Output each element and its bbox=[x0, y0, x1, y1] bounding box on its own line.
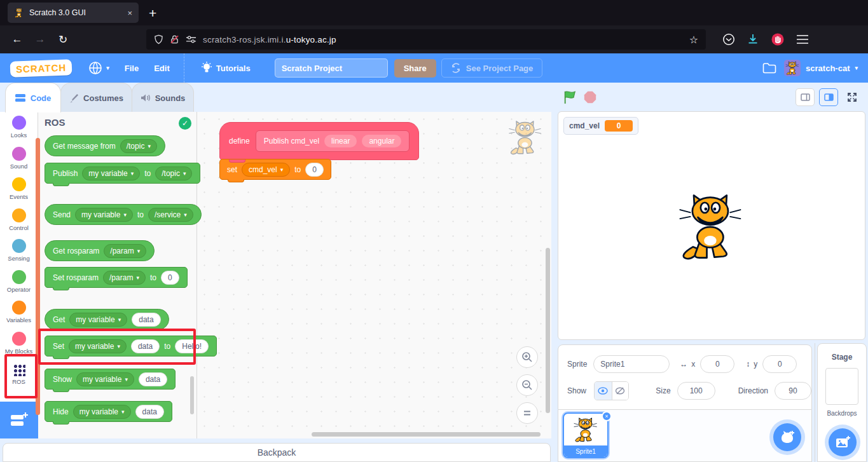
sidebar-item-variables[interactable]: Variables bbox=[0, 297, 38, 328]
show-label: Show bbox=[567, 386, 586, 395]
stage-selector-panel[interactable]: Stage Backdrops bbox=[817, 343, 867, 462]
back-button[interactable]: ← bbox=[8, 30, 27, 49]
variable-dropdown[interactable]: cmd_vel bbox=[242, 163, 290, 177]
variable-dropdown[interactable]: my variable bbox=[82, 166, 140, 180]
backpack-bar[interactable]: Backpack bbox=[3, 443, 551, 462]
data-field[interactable]: data bbox=[132, 313, 160, 327]
direction-input[interactable] bbox=[775, 382, 811, 400]
share-button[interactable]: Share bbox=[394, 59, 436, 78]
scratch-logo[interactable]: SCRATCH bbox=[10, 59, 72, 77]
sprite-tile-sprite1[interactable]: Sprite1 bbox=[563, 412, 609, 458]
tab-sounds[interactable]: Sounds bbox=[132, 83, 194, 112]
small-stage-button[interactable] bbox=[796, 88, 815, 106]
workspace-horizontal-scrollbar[interactable] bbox=[312, 432, 541, 437]
panel-divider bbox=[815, 343, 815, 462]
x-position-input[interactable] bbox=[700, 355, 734, 373]
value-input[interactable]: 0 bbox=[161, 271, 179, 285]
large-stage-button[interactable] bbox=[819, 88, 838, 106]
block-show-variable[interactable]: Show my variable data bbox=[45, 369, 176, 390]
zoom-reset-icon bbox=[522, 408, 532, 418]
stage-sprite-cat[interactable] bbox=[677, 192, 745, 261]
stop-button[interactable] bbox=[583, 90, 597, 104]
workspace-vertical-scrollbar[interactable] bbox=[546, 248, 550, 413]
url-text[interactable]: scratch3-ros.jsk.imi.i.u-tokyo.ac.jp bbox=[203, 35, 683, 44]
show-sprite-button[interactable] bbox=[595, 382, 612, 400]
pocket-icon[interactable] bbox=[722, 33, 735, 46]
data-field[interactable]: data bbox=[135, 405, 164, 419]
control-color-dot bbox=[12, 208, 26, 222]
topic-dropdown[interactable]: /topic bbox=[155, 166, 192, 180]
tab-close-icon[interactable]: × bbox=[127, 8, 132, 18]
shield-icon[interactable] bbox=[154, 34, 163, 44]
block-set-rosparam[interactable]: Set rosparam /param to 0 bbox=[45, 267, 188, 288]
code-workspace[interactable]: define Publish cmd_vel linear angular se… bbox=[197, 112, 551, 438]
value-input[interactable]: 0 bbox=[305, 163, 324, 177]
zoom-out-button[interactable] bbox=[516, 374, 538, 396]
block-get-variable[interactable]: Get my variable data bbox=[45, 309, 169, 330]
block-get-rosparam[interactable]: Get rosparam /param bbox=[45, 240, 155, 261]
data-field[interactable]: data bbox=[139, 372, 167, 386]
variable-dropdown[interactable]: my variable bbox=[75, 208, 133, 222]
add-backdrop-button[interactable] bbox=[829, 428, 857, 456]
sprite-name-input[interactable] bbox=[593, 355, 670, 373]
param-dropdown[interactable]: /param bbox=[104, 244, 146, 258]
see-project-page-button[interactable]: See Project Page bbox=[441, 58, 543, 78]
block-send-service[interactable]: Send my variable to /service bbox=[45, 204, 202, 225]
sidebar-item-events[interactable]: Events bbox=[0, 173, 38, 205]
sidebar-item-sound[interactable]: Sound bbox=[0, 143, 38, 174]
lock-insecure-icon[interactable] bbox=[170, 34, 179, 44]
stage-controls bbox=[556, 83, 868, 111]
variable-dropdown[interactable]: my variable bbox=[76, 372, 134, 386]
url-bar[interactable]: scratch3-ros.jsk.imi.i.u-tokyo.ac.jp ☆ bbox=[146, 29, 706, 50]
bookmark-star-icon[interactable]: ☆ bbox=[689, 34, 698, 46]
add-backdrop-icon bbox=[835, 435, 850, 449]
block-publish[interactable]: Publish my variable to /topic bbox=[45, 163, 200, 184]
hamburger-menu-icon[interactable] bbox=[796, 34, 809, 44]
stage-thumbnail[interactable] bbox=[825, 368, 858, 405]
sidebar-item-sensing[interactable]: Sensing bbox=[0, 235, 38, 266]
delete-sprite-badge[interactable]: × bbox=[602, 411, 612, 421]
block-hide-variable[interactable]: Hide my variable data bbox=[45, 401, 172, 422]
new-tab-button[interactable]: + bbox=[149, 6, 156, 20]
zoom-in-button[interactable] bbox=[516, 346, 538, 368]
param-dropdown[interactable]: /param bbox=[103, 271, 146, 285]
browser-tab[interactable]: Scratch 3.0 GUI × bbox=[8, 3, 139, 23]
tab-code[interactable]: Code bbox=[5, 83, 61, 112]
events-color-dot bbox=[12, 177, 26, 191]
sidebar-item-looks[interactable]: Looks bbox=[0, 112, 38, 143]
add-sprite-button[interactable] bbox=[773, 423, 801, 451]
my-stuff-folder[interactable] bbox=[755, 53, 784, 83]
variable-dropdown[interactable]: my variable bbox=[69, 313, 127, 327]
permissions-icon[interactable] bbox=[186, 35, 196, 44]
define-hat-block[interactable]: define Publish cmd_vel linear angular bbox=[219, 122, 419, 160]
add-extension-button[interactable] bbox=[0, 402, 38, 438]
zoom-reset-button[interactable] bbox=[516, 402, 538, 424]
green-flag-button[interactable] bbox=[563, 90, 577, 104]
palette-scrollbar[interactable] bbox=[190, 376, 194, 414]
tab-costumes[interactable]: Costumes bbox=[60, 83, 132, 112]
file-menu[interactable]: File bbox=[117, 53, 146, 83]
browser-tab-title: Scratch 3.0 GUI bbox=[29, 8, 122, 17]
menubar-divider bbox=[184, 53, 184, 83]
tutorials-menu[interactable]: Tutorials bbox=[193, 53, 258, 83]
project-name-input[interactable] bbox=[275, 58, 388, 78]
sidebar-item-control[interactable]: Control bbox=[0, 205, 38, 236]
hide-sprite-button[interactable] bbox=[612, 382, 629, 400]
language-selector[interactable]: ▾ bbox=[81, 53, 117, 83]
zoom-in-icon bbox=[521, 351, 533, 363]
size-input[interactable] bbox=[677, 382, 715, 400]
download-icon[interactable] bbox=[747, 33, 759, 46]
variable-dropdown[interactable]: my variable bbox=[73, 405, 131, 419]
reload-button[interactable]: ↻ bbox=[53, 30, 72, 49]
fullscreen-button[interactable] bbox=[843, 88, 862, 106]
sidebar-item-operator[interactable]: Operator bbox=[0, 266, 38, 297]
extension-hand-icon[interactable] bbox=[771, 32, 785, 46]
variable-monitor[interactable]: cmd_vel 0 bbox=[563, 117, 638, 135]
topic-dropdown[interactable]: /topic bbox=[120, 139, 157, 153]
stage[interactable]: cmd_vel 0 bbox=[558, 111, 865, 340]
edit-menu[interactable]: Edit bbox=[146, 53, 177, 83]
block-get-message-from[interactable]: Get message from /topic bbox=[45, 135, 165, 156]
service-dropdown[interactable]: /service bbox=[148, 208, 193, 222]
account-menu[interactable]: scratch-cat ▾ bbox=[784, 60, 858, 76]
y-position-input[interactable] bbox=[762, 355, 797, 373]
